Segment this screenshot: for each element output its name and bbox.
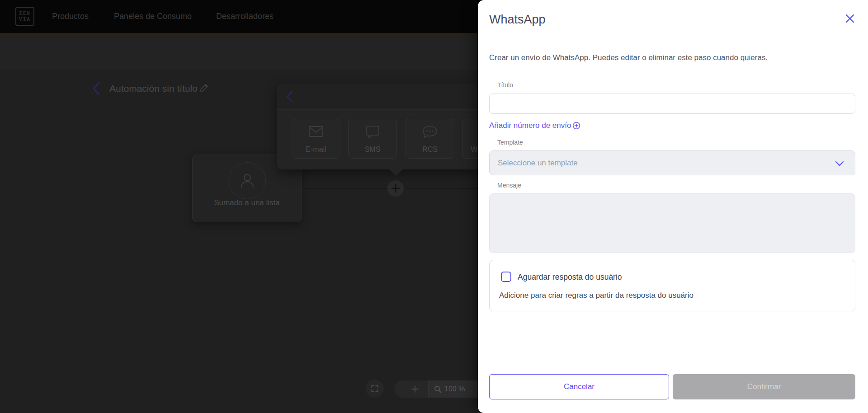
confirm-button-label: Confirmar: [747, 382, 781, 391]
sms-bubble-icon: [349, 125, 396, 139]
node-label: Sumado a una lista: [193, 198, 301, 207]
mensaje-field-label: Mensaje: [497, 182, 521, 189]
magnifier-icon: [434, 385, 442, 393]
back-button[interactable]: [90, 80, 103, 97]
template-placeholder: Seleccione un template: [498, 159, 578, 168]
email-envelope-icon: [292, 125, 340, 138]
add-circle-icon: [572, 122, 580, 130]
channel-label: SMS: [349, 145, 396, 154]
edit-title-button[interactable]: [199, 82, 211, 94]
cancel-button-label: Cancelar: [564, 382, 594, 391]
logo-text-top: ZEN: [19, 11, 31, 16]
fullscreen-icon: [371, 385, 379, 393]
template-select[interactable]: Seleccione un template: [489, 150, 855, 175]
chevron-left-icon: [90, 80, 103, 97]
channel-popup-header: [277, 84, 479, 110]
drawer-title: WhatsApp: [489, 13, 546, 27]
logo-text-bottom: VIA: [19, 17, 31, 22]
header-divider: [478, 40, 868, 40]
titulo-field-label: Título: [497, 81, 513, 89]
close-drawer-button[interactable]: [842, 11, 858, 26]
await-response-label: Aguardar resposta do usuário: [518, 272, 622, 282]
plus-icon: [391, 184, 400, 193]
await-response-card: Aguardar resposta do usuário Adicione pa…: [489, 260, 855, 311]
pencil-icon: [199, 82, 210, 93]
chevron-left-icon: [284, 89, 296, 104]
zenvia-logo[interactable]: ZEN VIA: [15, 7, 34, 26]
template-field-label: Template: [497, 139, 523, 146]
zoom-controls: 100 %: [394, 380, 478, 398]
popup-caret: [389, 169, 403, 176]
channel-card-email[interactable]: E-mail: [292, 119, 340, 159]
await-response-checkbox[interactable]: [501, 272, 511, 282]
channel-label: E-mail: [292, 145, 340, 154]
nav-item-productos[interactable]: Productos: [52, 0, 89, 33]
chevron-down-icon: [834, 159, 845, 169]
channel-picker-popup: E-mail SMS RCS W: [277, 84, 479, 169]
channel-label: RCS: [406, 145, 454, 154]
fullscreen-button[interactable]: [366, 380, 384, 398]
add-step-button[interactable]: [387, 180, 404, 197]
channel-card-sms[interactable]: SMS: [348, 119, 397, 159]
mensaje-textarea[interactable]: [489, 193, 855, 253]
zoom-level-text: 100 %: [444, 385, 465, 393]
node-avatar: [229, 162, 266, 199]
automation-title: Automación sin título: [109, 83, 198, 94]
cancel-button[interactable]: Cancelar: [489, 374, 669, 399]
person-icon: [238, 172, 256, 190]
channel-card-rcs[interactable]: RCS: [406, 119, 454, 159]
zoom-level-control[interactable]: 100 %: [429, 380, 478, 398]
titulo-input[interactable]: [489, 94, 855, 114]
rcs-bubble-dots-icon: [406, 125, 454, 139]
plus-icon: [411, 385, 419, 393]
nav-item-paneles-de-consumo[interactable]: Paneles de Consumo: [114, 0, 192, 33]
whatsapp-drawer: WhatsApp Crear un envío de WhatsApp. Pue…: [478, 0, 868, 413]
close-icon: [844, 13, 855, 24]
add-send-number-link[interactable]: Añadir número de envío: [489, 121, 580, 130]
await-response-help: Adicione para criar regras a partir da r…: [499, 291, 693, 300]
popup-back-button[interactable]: [284, 89, 296, 104]
zoom-in-button[interactable]: [406, 380, 424, 398]
nav-item-desarrolladores[interactable]: Desarrolladores: [216, 0, 274, 33]
confirm-button[interactable]: Confirmar: [673, 374, 855, 399]
add-send-number-label: Añadir número de envío: [489, 121, 571, 130]
drawer-description: Crear un envío de WhatsApp. Puedes edita…: [489, 53, 855, 62]
